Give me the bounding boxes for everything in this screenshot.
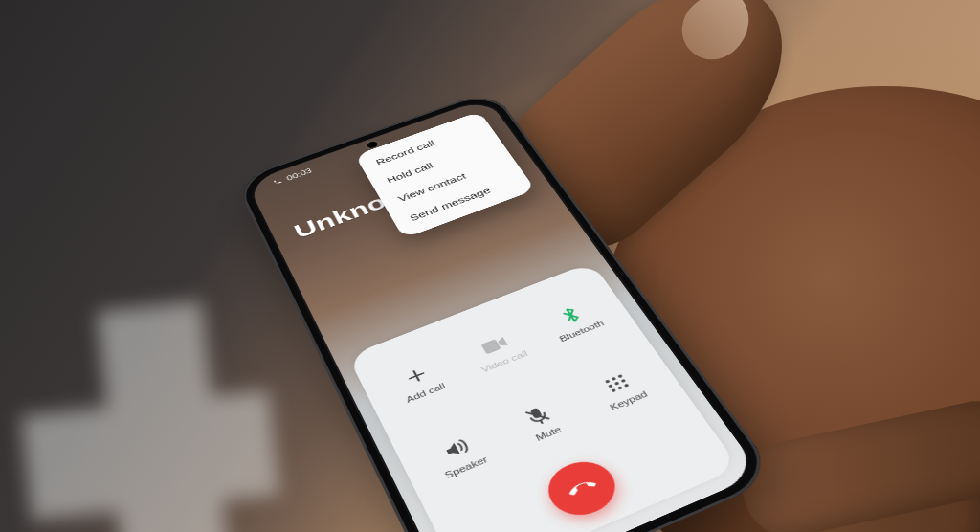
svg-point-4 (611, 376, 616, 380)
add-call-label: Add call (404, 381, 446, 404)
video-call-button[interactable]: Video call (439, 303, 558, 402)
svg-point-6 (608, 384, 613, 388)
svg-rect-0 (480, 339, 501, 354)
call-controls-panel: Add call Video call Bluetooth (347, 262, 739, 532)
svg-rect-1 (529, 407, 542, 418)
mute-label: Mute (534, 424, 564, 442)
add-call-button[interactable]: Add call (362, 332, 479, 433)
svg-point-3 (605, 379, 611, 383)
svg-point-7 (614, 381, 620, 385)
video-icon (478, 332, 511, 359)
video-call-label: Video call (479, 348, 529, 374)
phone-device: 00:03 Unknown Record call Hold call View… (234, 89, 779, 532)
speaker-icon (439, 434, 473, 463)
call-duration: 00:03 (285, 167, 313, 183)
photo-background: 00:03 Unknown Record call Hold call View… (0, 0, 980, 532)
end-call-icon (560, 470, 605, 507)
phone-call-icon (271, 178, 283, 188)
keypad-label: Keypad (608, 388, 649, 411)
end-call-button[interactable] (538, 453, 626, 524)
keypad-button[interactable]: Keypad (558, 339, 685, 443)
phone-screen: 00:03 Unknown Record call Hold call View… (247, 98, 762, 532)
plus-icon (401, 363, 431, 388)
keypad-icon (601, 370, 634, 397)
speaker-button[interactable]: Speaker (398, 401, 523, 512)
bluetooth-button[interactable]: Bluetooth (516, 275, 635, 370)
